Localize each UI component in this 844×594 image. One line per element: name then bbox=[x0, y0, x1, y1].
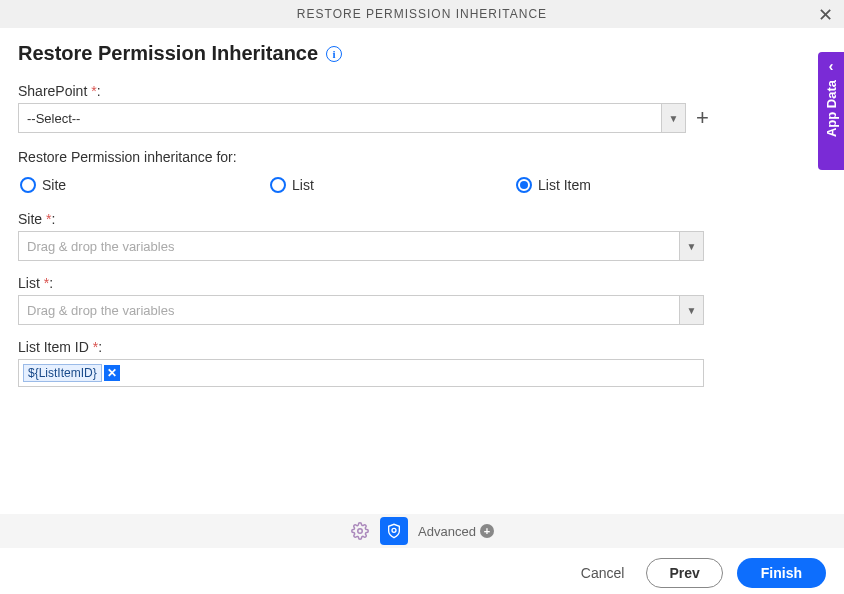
footer-strip: Advanced + bbox=[0, 514, 844, 548]
site-label: Site *: bbox=[18, 211, 826, 227]
chip-remove-icon[interactable]: ✕ bbox=[104, 365, 120, 381]
app-data-label: App Data bbox=[824, 80, 839, 137]
radio-circle-selected-icon bbox=[516, 177, 532, 193]
variable-chip[interactable]: ${ListItemID} bbox=[23, 364, 102, 382]
advanced-label: Advanced bbox=[418, 524, 476, 539]
dialog-content: Restore Permission Inheritance i SharePo… bbox=[0, 28, 844, 387]
radio-circle-icon bbox=[270, 177, 286, 193]
finish-button[interactable]: Finish bbox=[737, 558, 826, 588]
sharepoint-select-value: --Select-- bbox=[19, 104, 661, 132]
app-data-tab[interactable]: ‹ App Data bbox=[818, 52, 844, 170]
sharepoint-select[interactable]: --Select-- ▼ bbox=[18, 103, 686, 133]
add-sharepoint-icon[interactable]: + bbox=[696, 105, 709, 131]
radio-circle-icon bbox=[20, 177, 36, 193]
prev-button[interactable]: Prev bbox=[646, 558, 722, 588]
dialog-title: RESTORE PERMISSION INHERITANCE bbox=[297, 7, 547, 21]
gear-icon[interactable] bbox=[350, 521, 370, 541]
chevron-down-icon[interactable]: ▼ bbox=[679, 296, 703, 324]
restore-for-radio-group: Site List List Item bbox=[18, 177, 738, 193]
site-placeholder: Drag & drop the variables bbox=[19, 232, 679, 260]
info-icon[interactable]: i bbox=[326, 46, 342, 62]
list-placeholder: Drag & drop the variables bbox=[19, 296, 679, 324]
variable-chip-text: ${ListItemID} bbox=[28, 366, 97, 380]
dialog-header: RESTORE PERMISSION INHERITANCE ✕ bbox=[0, 0, 844, 28]
chevron-down-icon[interactable]: ▼ bbox=[661, 104, 685, 132]
chevron-left-icon: ‹ bbox=[829, 58, 834, 74]
advanced-link[interactable]: Advanced + bbox=[418, 524, 494, 539]
radio-list-item-label: List Item bbox=[538, 177, 591, 193]
sharepoint-label: SharePoint *: bbox=[18, 83, 826, 99]
radio-list[interactable]: List bbox=[270, 177, 516, 193]
list-input[interactable]: Drag & drop the variables ▼ bbox=[18, 295, 704, 325]
chevron-down-icon[interactable]: ▼ bbox=[679, 232, 703, 260]
radio-site[interactable]: Site bbox=[20, 177, 270, 193]
plus-circle-icon: + bbox=[480, 524, 494, 538]
shield-icon[interactable] bbox=[380, 517, 408, 545]
radio-list-item[interactable]: List Item bbox=[516, 177, 716, 193]
list-label: List *: bbox=[18, 275, 826, 291]
svg-point-1 bbox=[392, 528, 396, 532]
list-item-id-input[interactable]: ${ListItemID} ✕ bbox=[18, 359, 704, 387]
radio-list-label: List bbox=[292, 177, 314, 193]
page-title: Restore Permission Inheritance bbox=[18, 42, 318, 65]
svg-point-0 bbox=[358, 529, 363, 534]
radio-site-label: Site bbox=[42, 177, 66, 193]
button-row: Cancel Prev Finish bbox=[0, 558, 844, 588]
restore-for-label: Restore Permission inheritance for: bbox=[18, 149, 826, 165]
cancel-button[interactable]: Cancel bbox=[573, 559, 633, 587]
close-icon[interactable]: ✕ bbox=[818, 4, 834, 26]
site-input[interactable]: Drag & drop the variables ▼ bbox=[18, 231, 704, 261]
list-item-id-label: List Item ID *: bbox=[18, 339, 826, 355]
